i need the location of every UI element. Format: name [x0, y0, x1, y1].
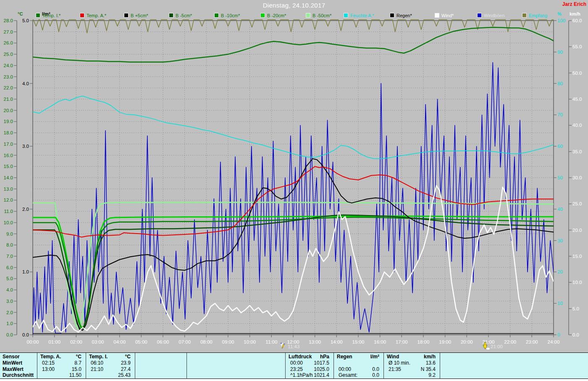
svg-text:22:00: 22:00: [504, 339, 516, 344]
svg-text:25.0: 25.0: [572, 201, 582, 206]
row-label: MaxWert: [3, 366, 24, 372]
table-separator: [135, 353, 135, 378]
svg-text:24:00: 24:00: [548, 339, 560, 344]
svg-text:40: 40: [557, 207, 563, 212]
cell-temp_a-value: 8.7: [38, 360, 81, 366]
table-separator: [333, 353, 334, 378]
svg-text:03:00: 03:00: [92, 339, 104, 344]
svg-text:24.0: 24.0: [4, 63, 13, 68]
svg-text:18:00: 18:00: [417, 339, 430, 344]
bottom-strip: [0, 379, 588, 381]
svg-text:60.0: 60.0: [572, 18, 582, 23]
cell-temp_i-value: 27.4: [87, 366, 131, 372]
svg-text:28.0: 28.0: [4, 18, 13, 23]
col-unit-luftdruck: hPa: [286, 354, 329, 360]
svg-text:04:00: 04:00: [113, 339, 126, 344]
table-separator: [440, 353, 440, 378]
weather-chart: 0.01.02.03.04.05.06.07.08.09.010.011.012…: [0, 0, 588, 352]
svg-text:17.0: 17.0: [4, 142, 13, 147]
svg-text:40.0: 40.0: [572, 123, 582, 128]
svg-text:23:00: 23:00: [526, 339, 538, 344]
svg-text:14.0: 14.0: [4, 175, 13, 180]
cell-wind-value: 13.6: [384, 360, 436, 366]
row-label: Durchschnitt: [3, 372, 34, 378]
svg-text:2.0: 2.0: [6, 310, 13, 315]
solar-noon-marker: 11:43: [281, 343, 299, 349]
row-label: Sensor: [3, 354, 20, 360]
svg-text:20.0: 20.0: [4, 108, 13, 113]
svg-text:21.0: 21.0: [4, 97, 13, 102]
svg-text:1.0: 1.0: [6, 321, 13, 326]
cell-wind-value: N 35.4: [384, 366, 436, 372]
svg-text:02:00: 02:00: [70, 339, 82, 344]
table-separator: [37, 353, 37, 378]
svg-text:13:00: 13:00: [309, 339, 321, 344]
svg-text:14:00: 14:00: [331, 339, 343, 344]
svg-text:50.0: 50.0: [572, 71, 582, 76]
col-unit-temp_a: °C: [38, 354, 81, 360]
cell-regen-value: 0.0: [334, 366, 379, 372]
col-unit-regen: l/m²: [334, 354, 379, 360]
y-axis-rain: 0.01.02.03.04.05.0: [22, 18, 33, 337]
svg-text:0.0: 0.0: [6, 332, 13, 337]
row-label: MinWert: [3, 360, 22, 366]
svg-text:70: 70: [557, 112, 563, 117]
svg-text:3.0: 3.0: [22, 144, 29, 149]
svg-text:5.0: 5.0: [6, 276, 13, 281]
svg-text:4.0: 4.0: [6, 287, 13, 292]
svg-text:15:00: 15:00: [352, 339, 365, 344]
svg-text:9.0: 9.0: [6, 231, 13, 236]
svg-text:20.0: 20.0: [572, 228, 582, 233]
x-axis: 00:0001:0002:0003:0004:0005:0006:0007:00…: [27, 335, 560, 344]
svg-text:0.0: 0.0: [572, 332, 579, 337]
grid: [33, 21, 554, 335]
svg-text:1.0: 1.0: [22, 269, 29, 274]
svg-text:01:00: 01:00: [48, 339, 60, 344]
weather-station-window: Dienstag, 24.10.2017 Jarz Erich °C l/m² …: [0, 0, 588, 381]
svg-text:11:00: 11:00: [265, 339, 277, 344]
series-empfang-line: [33, 20, 554, 33]
svg-text:30.0: 30.0: [572, 175, 582, 180]
sunset-time-label: 21:00: [491, 344, 503, 349]
svg-text:2.0: 2.0: [22, 207, 29, 212]
svg-text:23.0: 23.0: [4, 74, 13, 79]
svg-text:90: 90: [557, 50, 563, 55]
svg-text:10: 10: [557, 301, 563, 306]
svg-text:8.0: 8.0: [6, 242, 13, 247]
svg-text:45.0: 45.0: [572, 97, 582, 102]
svg-text:15.0: 15.0: [572, 254, 582, 259]
svg-text:6.0: 6.0: [6, 265, 13, 270]
svg-text:0: 0: [557, 332, 560, 337]
svg-text:22.0: 22.0: [4, 85, 13, 90]
svg-text:16.0: 16.0: [4, 153, 13, 158]
svg-text:80: 80: [557, 81, 563, 86]
svg-text:07:00: 07:00: [178, 339, 191, 344]
svg-text:17:00: 17:00: [396, 339, 408, 344]
svg-text:19:00: 19:00: [439, 339, 451, 344]
svg-text:4.0: 4.0: [22, 81, 29, 86]
svg-text:13.0: 13.0: [4, 187, 13, 192]
svg-text:3.0: 3.0: [6, 299, 13, 304]
y-axis-temp: 0.01.02.03.04.05.06.07.08.09.010.011.012…: [4, 18, 17, 337]
svg-text:19.0: 19.0: [4, 119, 13, 124]
svg-text:5.0: 5.0: [572, 306, 579, 311]
cell-luftdruck-value: 1017.5: [286, 360, 329, 366]
svg-text:60: 60: [557, 144, 563, 149]
cell-temp_i-value: 23.9: [87, 360, 131, 366]
table-separator: [383, 353, 384, 378]
svg-text:06:00: 06:00: [157, 339, 169, 344]
table-separator: [285, 353, 286, 378]
svg-text:100: 100: [557, 18, 565, 23]
cell-luftdruck-value: 1025.0: [286, 366, 329, 372]
svg-text:0.0: 0.0: [22, 332, 29, 337]
y-axis-wind: 0.05.010.015.020.025.030.035.040.045.050…: [569, 18, 582, 337]
svg-text:05:00: 05:00: [135, 339, 147, 344]
svg-text:55.0: 55.0: [572, 44, 582, 49]
svg-text:00:00: 00:00: [27, 339, 39, 344]
moon-blob-icon: [486, 348, 490, 349]
table-separator: [186, 353, 187, 378]
y-axis-humidity: 0102030405060708090100: [554, 18, 565, 337]
table-separator: [86, 353, 86, 378]
svg-text:10:00: 10:00: [244, 339, 256, 344]
svg-text:35.0: 35.0: [572, 149, 582, 154]
